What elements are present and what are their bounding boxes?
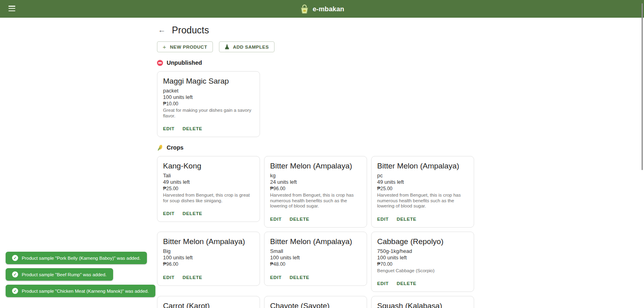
product-price: ₱96.00 <box>270 186 361 192</box>
product-price: ₱25.00 <box>377 186 468 192</box>
delete-button[interactable]: DELETE <box>183 125 205 132</box>
toast-notification: ✓ Product sample "Beef Rump" was added. <box>6 268 113 281</box>
product-card: Squash (Kalabasa) Kilo 100 units left ₱5… <box>371 296 474 308</box>
card-actions: EDIT DELETE <box>163 274 254 281</box>
plus-icon: + <box>163 44 166 50</box>
card-actions: EDIT DELETE <box>163 210 254 217</box>
app-title: e-mbakan <box>313 5 345 13</box>
card-actions: EDIT DELETE <box>377 280 468 287</box>
card-actions: EDIT DELETE <box>270 274 361 281</box>
product-unit: Tali <box>163 172 254 179</box>
product-title: Bitter Melon (Ampalaya) <box>163 237 254 246</box>
edit-button[interactable]: EDIT <box>377 280 391 287</box>
toast-message: Product sample "Beef Rump" was added. <box>22 272 107 277</box>
toast-notification: ✓ Product sample "Pork Belly (Karneng Ba… <box>6 252 147 264</box>
product-card: Cabbage (Repolyo) 750g-1kg/head 100 unit… <box>371 232 474 292</box>
product-stock: 49 units left <box>377 179 468 185</box>
back-arrow-icon[interactable]: ← <box>157 25 167 35</box>
app-header: e-mbakan <box>0 0 644 18</box>
product-stock: 100 units left <box>270 255 361 261</box>
product-unit: Small <box>270 248 361 255</box>
product-card: Bitter Melon (Ampalaya) pc 49 units left… <box>371 156 474 228</box>
toast-notification: ✓ Product sample "Chicken Meat (Karneng … <box>6 285 155 297</box>
unpublished-grid: Maggi Magic Sarap packet 100 units left … <box>157 71 479 137</box>
product-card: Chayote (Sayote) Kilo 100 units left ₱42… <box>264 296 367 308</box>
section-title: Unpublished <box>167 60 202 66</box>
card-actions: EDIT DELETE <box>377 216 468 223</box>
product-stock: 49 units left <box>163 179 254 185</box>
no-entry-icon <box>157 60 163 66</box>
toast-stack: ✓ Product sample "Pork Belly (Karneng Ba… <box>6 252 155 297</box>
edit-button[interactable]: EDIT <box>163 210 177 217</box>
product-price: ₱70.00 <box>377 261 468 267</box>
product-title: Maggi Magic Sarap <box>163 76 254 86</box>
toast-message: Product sample "Pork Belly (Karneng Babo… <box>22 256 140 261</box>
edit-button[interactable]: EDIT <box>270 216 284 223</box>
product-stock: 24 units left <box>270 179 361 185</box>
product-unit: Big <box>163 248 254 255</box>
product-title: Cabbage (Repolyo) <box>377 237 468 246</box>
delete-button[interactable]: DELETE <box>183 210 205 217</box>
toast-message: Product sample "Chicken Meat (Karneng Ma… <box>22 289 149 294</box>
product-unit: pc <box>377 172 468 179</box>
hamburger-menu-icon[interactable] <box>8 6 15 11</box>
product-description: Harvested from Benguet, this is crop has… <box>270 193 361 209</box>
product-price: ₱96.00 <box>163 261 254 267</box>
delete-button[interactable]: DELETE <box>397 216 419 223</box>
add-samples-button[interactable]: ADD SAMPLES <box>219 41 275 52</box>
toolbar: + NEW PRODUCT ADD SAMPLES <box>157 41 479 52</box>
add-samples-label: ADD SAMPLES <box>233 45 269 49</box>
card-actions: EDIT DELETE <box>163 125 254 132</box>
product-title: Chayote (Sayote) <box>270 301 361 308</box>
check-circle-icon: ✓ <box>12 271 18 277</box>
product-title: Bitter Melon (Ampalaya) <box>270 237 361 246</box>
edit-button[interactable]: EDIT <box>163 125 177 132</box>
vertical-scrollbar[interactable] <box>642 3 643 170</box>
delete-button[interactable]: DELETE <box>290 216 312 223</box>
corn-icon <box>157 144 163 151</box>
product-stock: 100 units left <box>163 94 254 101</box>
delete-button[interactable]: DELETE <box>397 280 419 287</box>
edit-button[interactable]: EDIT <box>270 274 284 281</box>
flask-icon <box>225 44 229 49</box>
product-stock: 100 units left <box>377 255 468 261</box>
product-unit: kg <box>270 172 361 179</box>
section-title: Crops <box>167 144 184 151</box>
basket-icon <box>300 4 309 14</box>
product-title: Squash (Kalabasa) <box>377 301 468 308</box>
product-card: Bitter Melon (Ampalaya) Big 100 units le… <box>157 232 260 286</box>
new-product-label: NEW PRODUCT <box>170 45 207 49</box>
product-unit: packet <box>163 88 254 94</box>
product-unit: 750g-1kg/head <box>377 248 468 255</box>
check-circle-icon: ✓ <box>12 288 18 294</box>
new-product-button[interactable]: + NEW PRODUCT <box>157 41 213 52</box>
card-actions: EDIT DELETE <box>270 216 361 223</box>
section-header-crops: Crops <box>157 144 479 151</box>
edit-button[interactable]: EDIT <box>377 216 391 223</box>
product-card: Carrot (Karot) 8-10 pcs/kg 100 units lef… <box>157 296 260 308</box>
products-page: ← Products + NEW PRODUCT ADD SAMPLES Unp… <box>157 18 479 308</box>
product-stock: 100 units left <box>163 255 254 261</box>
product-card: Bitter Melon (Ampalaya) Small 100 units … <box>264 232 367 286</box>
product-price: ₱48.00 <box>270 261 361 267</box>
product-description: Benguet Cabbage (Scorpio) <box>377 268 468 274</box>
product-price: ₱10.00 <box>163 101 254 107</box>
product-description: Harvested from Benguet, this is crop has… <box>377 193 468 209</box>
check-circle-icon: ✓ <box>12 255 18 261</box>
page-title-row: ← Products <box>157 24 479 37</box>
product-card: Kang-Kong Tali 49 units left ₱25.00 Harv… <box>157 156 260 222</box>
delete-button[interactable]: DELETE <box>183 274 205 281</box>
product-title: Bitter Melon (Ampalaya) <box>270 161 361 170</box>
product-title: Bitter Melon (Ampalaya) <box>377 161 468 170</box>
product-description: Great for making your dishes gain a savo… <box>163 108 254 119</box>
edit-button[interactable]: EDIT <box>163 274 177 281</box>
crops-grid: Kang-Kong Tali 49 units left ₱25.00 Harv… <box>157 156 479 308</box>
product-title: Kang-Kong <box>163 161 254 170</box>
section-header-unpublished: Unpublished <box>157 59 479 66</box>
app-logo: e-mbakan <box>300 4 345 14</box>
product-card: Bitter Melon (Ampalaya) kg 24 units left… <box>264 156 367 228</box>
product-card: Maggi Magic Sarap packet 100 units left … <box>157 71 260 137</box>
delete-button[interactable]: DELETE <box>290 274 312 281</box>
product-description: Harvested from Benguet, this crop is gre… <box>163 193 254 203</box>
product-price: ₱25.00 <box>163 186 254 192</box>
